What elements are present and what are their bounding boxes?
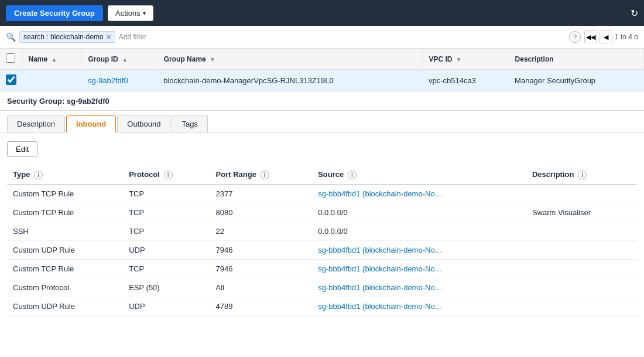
type-info-icon[interactable]: i [34,171,43,179]
cell-type-3: Custom UDP Rule [7,241,123,260]
detail-tabs: Description Inbound Outbound Tags [0,111,644,133]
rules-header-row: Type i Protocol i Port Range i Source i … [7,165,637,185]
sort-icon-vpcid: ▼ [456,56,462,63]
pagination-first-button[interactable]: ◀◀ [584,30,597,43]
help-icon[interactable]: ? [569,31,581,43]
toolbar: Create Security Group Actions ▾ ↻ [0,0,644,26]
cell-source-5: sg-bbb4fbd1 (blockchain-demo-No… [312,278,526,297]
col-protocol: Protocol i [123,165,210,185]
cell-group-id[interactable]: sg-9ab2fdf0 [82,70,157,92]
tab-tags[interactable]: Tags [172,115,207,132]
cell-type-2: SSH [7,222,123,241]
description-info-icon[interactable]: i [578,171,587,179]
search-tag-text: search : blockchain-demo [23,33,104,41]
security-groups-table: Name ▲ Group ID ▲ Group Name ▼ VPC ID ▼ … [0,49,644,92]
rules-table-row: Custom TCP RuleTCP2377sg-bbb4fbd1 (block… [7,185,637,203]
refresh-icon[interactable]: ↻ [631,8,638,19]
row-checkbox[interactable] [6,74,16,85]
sort-icon: ▲ [52,56,57,63]
cell-port_range-4: 7946 [210,260,313,278]
rules-table-row: Custom UDP RuleUDP4789sg-bbb4fbd1 (block… [7,297,637,316]
rules-table: Type i Protocol i Port Range i Source i … [7,165,637,316]
cell-protocol-4: TCP [123,260,210,278]
cell-group-name: blockchain-demo-ManagerVpcSG-RJNL313Z19L… [157,70,423,92]
search-icon: 🔍 [6,32,16,42]
pagination-text: 1 to 4 o [615,33,638,41]
search-bar: 🔍 search : blockchain-demo ✕ Add filter … [0,26,644,49]
cell-protocol-3: UDP [123,241,210,260]
cell-description-6 [526,297,637,316]
col-group-name: Group Name ▼ [157,49,423,70]
cell-type-6: Custom UDP Rule [7,297,123,316]
col-group-id: Group ID ▲ [82,49,157,70]
col-description: Description [509,49,643,70]
col-source: Source i [312,165,526,185]
rules-table-row: SSHTCP220.0.0.0/0 [7,222,637,241]
tab-description[interactable]: Description [7,115,65,132]
cell-protocol-0: TCP [123,185,210,203]
rules-table-row: Custom TCP RuleTCP7946sg-bbb4fbd1 (block… [7,260,637,278]
cell-source-1: 0.0.0.0/0 [312,203,526,222]
pagination-prev-button[interactable]: ◀ [600,30,612,43]
row-checkbox-cell [0,70,22,92]
pagination-controls: ◀◀ ◀ 1 to 4 o [584,30,638,43]
cell-type-1: Custom TCP Rule [7,203,123,222]
cell-source-6: sg-bbb4fbd1 (blockchain-demo-No… [312,297,526,316]
security-group-detail-header: Security Group: sg-9ab2fdf0 [0,92,644,111]
port-range-info-icon[interactable]: i [261,171,269,179]
col-port-range: Port Range i [210,165,313,185]
add-filter-button[interactable]: Add filter [119,33,146,41]
cell-description-4 [526,260,637,278]
remove-search-tag-icon[interactable]: ✕ [106,33,111,41]
cell-description-3 [526,241,637,260]
select-all-col [0,49,22,70]
cell-name [22,70,82,92]
rules-table-row: Custom TCP RuleTCP80800.0.0.0/0Swarm Vis… [7,203,637,222]
chevron-down-icon: ▾ [143,10,146,16]
cell-protocol-5: ESP (50) [123,278,210,297]
cell-vpc-id: vpc-cb514ca3 [423,70,509,92]
table-row[interactable]: sg-9ab2fdf0 blockchain-demo-ManagerVpcSG… [0,70,644,92]
col-name: Name ▲ [22,49,82,70]
cell-description-5 [526,278,637,297]
cell-source-0: sg-bbb4fbd1 (blockchain-demo-No… [312,185,526,203]
protocol-info-icon[interactable]: i [164,171,173,179]
sort-icon-groupname: ▼ [210,56,215,63]
actions-label: Actions [115,9,141,18]
cell-port_range-3: 7946 [210,241,313,260]
cell-protocol-6: UDP [123,297,210,316]
actions-button[interactable]: Actions ▾ [108,5,153,21]
select-all-checkbox[interactable] [6,53,15,63]
rules-table-row: Custom UDP RuleUDP7946sg-bbb4fbd1 (block… [7,241,637,260]
cell-description-2 [526,222,637,241]
cell-source-3: sg-bbb4fbd1 (blockchain-demo-No… [312,241,526,260]
sort-icon-groupid: ▲ [122,56,128,63]
cell-description: Manager SecurityGroup [509,70,643,92]
cell-description-0 [526,185,637,203]
rules-section: Edit Type i Protocol i Port Range i Sour… [0,133,644,324]
cell-port_range-1: 8080 [210,203,313,222]
rules-table-row: Custom ProtocolESP (50)Allsg-bbb4fbd1 (b… [7,278,637,297]
edit-rules-button[interactable]: Edit [7,141,37,157]
tab-outbound[interactable]: Outbound [117,115,170,132]
cell-type-5: Custom Protocol [7,278,123,297]
col-rule-description: Description i [526,165,637,185]
search-tag[interactable]: search : blockchain-demo ✕ [19,31,115,43]
col-type: Type i [7,165,123,185]
cell-description-1: Swarm Visualiser [526,203,637,222]
cell-type-0: Custom TCP Rule [7,185,123,203]
cell-port_range-2: 22 [210,222,313,241]
cell-port_range-6: 4789 [210,297,313,316]
cell-source-4: sg-bbb4fbd1 (blockchain-demo-No… [312,260,526,278]
col-vpc-id: VPC ID ▼ [423,49,509,70]
cell-source-2: 0.0.0.0/0 [312,222,526,241]
source-info-icon[interactable]: i [348,171,357,179]
table-header-row: Name ▲ Group ID ▲ Group Name ▼ VPC ID ▼ … [0,49,644,70]
cell-protocol-2: TCP [123,222,210,241]
tab-inbound[interactable]: Inbound [66,115,116,133]
cell-protocol-1: TCP [123,203,210,222]
create-security-group-button[interactable]: Create Security Group [6,5,103,21]
cell-port_range-0: 2377 [210,185,313,203]
cell-port_range-5: All [210,278,313,297]
cell-type-4: Custom TCP Rule [7,260,123,278]
